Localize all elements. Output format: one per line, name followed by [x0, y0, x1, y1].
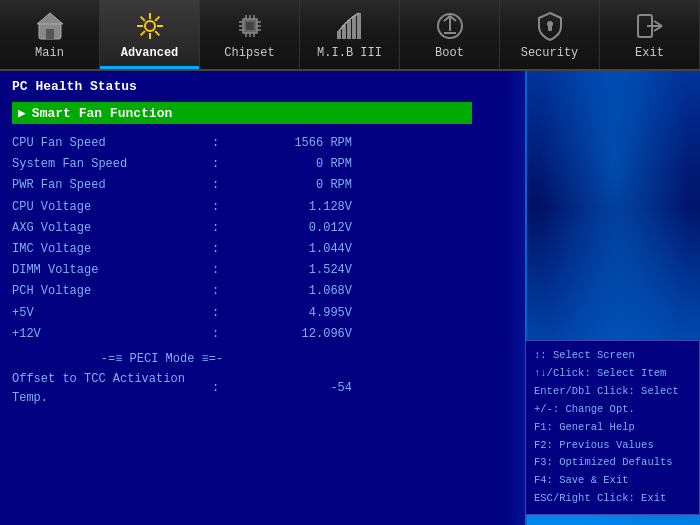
status-row: +12V:12.096V — [12, 325, 513, 344]
status-row: CPU Fan Speed:1566 RPM — [12, 134, 513, 153]
status-label: AXG Voltage — [12, 219, 212, 238]
peci-offset-row: Offset to TCC Activation Temp. : -54 — [12, 370, 513, 408]
svg-rect-30 — [357, 13, 361, 39]
status-label: PWR Fan Speed — [12, 176, 212, 195]
peci-offset-colon: : — [212, 379, 232, 398]
advanced-icon — [134, 10, 166, 42]
mib3-icon — [334, 10, 366, 42]
nav-item-mib3[interactable]: M.I.B III — [300, 0, 400, 69]
center-panel: PC Health Status ▶ Smart Fan Function CP… — [0, 71, 525, 525]
status-colon: : — [212, 261, 232, 280]
status-value: 1.044V — [232, 240, 352, 259]
status-label: +5V — [12, 304, 212, 323]
svg-rect-26 — [337, 31, 341, 39]
page-title: PC Health Status — [12, 79, 513, 94]
help-line: ↕: Select Screen — [534, 347, 691, 365]
status-row: IMC Voltage:1.044V — [12, 240, 513, 259]
nav-item-exit[interactable]: Exit — [600, 0, 700, 69]
main-icon — [34, 10, 66, 42]
top-nav: Main Advanced — [0, 0, 700, 71]
security-icon — [534, 10, 566, 42]
right-sidebar: ↕: Select Screen↑↓/Click: Select ItemEnt… — [525, 71, 700, 525]
status-value: 4.995V — [232, 304, 352, 323]
svg-rect-29 — [352, 16, 356, 39]
svg-line-8 — [140, 16, 144, 20]
status-label: CPU Fan Speed — [12, 134, 212, 153]
main-content: PC Health Status ▶ Smart Fan Function CP… — [0, 71, 700, 525]
status-colon: : — [212, 155, 232, 174]
nav-item-main[interactable]: Main — [0, 0, 100, 69]
nav-label-advanced: Advanced — [121, 46, 179, 60]
status-row: System Fan Speed:0 RPM — [12, 155, 513, 174]
status-colon: : — [212, 219, 232, 238]
chipset-icon — [234, 10, 266, 42]
svg-rect-28 — [347, 20, 351, 39]
status-value: 0 RPM — [232, 155, 352, 174]
help-line: Enter/Dbl Click: Select — [534, 383, 691, 401]
status-value: 1566 RPM — [232, 134, 352, 153]
nav-label-chipset: Chipset — [224, 46, 274, 60]
help-line: F3: Optimized Defaults — [534, 454, 691, 472]
status-label: +12V — [12, 325, 212, 344]
status-colon: : — [212, 282, 232, 301]
help-line: F2: Previous Values — [534, 437, 691, 455]
status-label: PCH Voltage — [12, 282, 212, 301]
help-line: +/-: Change Opt. — [534, 401, 691, 419]
status-colon: : — [212, 240, 232, 259]
status-colon: : — [212, 325, 232, 344]
status-row: PWR Fan Speed:0 RPM — [12, 176, 513, 195]
status-colon: : — [212, 176, 232, 195]
boot-icon — [434, 10, 466, 42]
nav-item-advanced[interactable]: Advanced — [100, 0, 200, 69]
svg-rect-35 — [548, 26, 552, 31]
svg-line-9 — [155, 31, 159, 35]
peci-offset-label: Offset to TCC Activation Temp. — [12, 370, 212, 408]
selected-menu-item[interactable]: ▶ Smart Fan Function — [12, 102, 472, 124]
help-box: ↕: Select Screen↑↓/Click: Select ItemEnt… — [525, 340, 700, 515]
selected-arrow-icon: ▶ — [18, 105, 26, 121]
status-value: 0 RPM — [232, 176, 352, 195]
nav-item-security[interactable]: Security — [500, 0, 600, 69]
status-row: +5V:4.995V — [12, 304, 513, 323]
status-label: IMC Voltage — [12, 240, 212, 259]
nav-label-boot: Boot — [435, 46, 464, 60]
svg-line-10 — [155, 16, 159, 20]
svg-rect-2 — [46, 29, 54, 39]
svg-marker-1 — [37, 13, 63, 24]
status-label: System Fan Speed — [12, 155, 212, 174]
status-table: CPU Fan Speed:1566 RPMSystem Fan Speed:0… — [12, 134, 513, 344]
status-label: DIMM Voltage — [12, 261, 212, 280]
status-value: 1.128V — [232, 198, 352, 217]
status-value: 1.524V — [232, 261, 352, 280]
status-label: CPU Voltage — [12, 198, 212, 217]
peci-offset-value: -54 — [232, 379, 352, 398]
status-row: PCH Voltage:1.068V — [12, 282, 513, 301]
nav-item-chipset[interactable]: Chipset — [200, 0, 300, 69]
nav-label-exit: Exit — [635, 46, 664, 60]
status-colon: : — [212, 198, 232, 217]
status-value: 0.012V — [232, 219, 352, 238]
status-colon: : — [212, 304, 232, 323]
status-colon: : — [212, 134, 232, 153]
nav-label-mib3: M.I.B III — [317, 46, 382, 60]
help-line: ↑↓/Click: Select Item — [534, 365, 691, 383]
help-line: F1: General Help — [534, 419, 691, 437]
help-line: F4: Save & Exit — [534, 472, 691, 490]
peci-divider: -=≡ PECI Mode ≡=- — [12, 352, 312, 366]
nav-label-security: Security — [521, 46, 579, 60]
selected-item-label: Smart Fan Function — [32, 106, 172, 121]
status-row: AXG Voltage:0.012V — [12, 219, 513, 238]
status-value: 1.068V — [232, 282, 352, 301]
exit-icon — [634, 10, 666, 42]
svg-point-3 — [145, 21, 155, 31]
status-row: CPU Voltage:1.128V — [12, 198, 513, 217]
help-line: ESC/Right Click: Exit — [534, 490, 691, 508]
nav-item-boot[interactable]: Boot — [400, 0, 500, 69]
status-row: DIMM Voltage:1.524V — [12, 261, 513, 280]
svg-line-11 — [140, 31, 144, 35]
svg-rect-13 — [246, 22, 254, 30]
nav-label-main: Main — [35, 46, 64, 60]
status-value: 12.096V — [232, 325, 352, 344]
